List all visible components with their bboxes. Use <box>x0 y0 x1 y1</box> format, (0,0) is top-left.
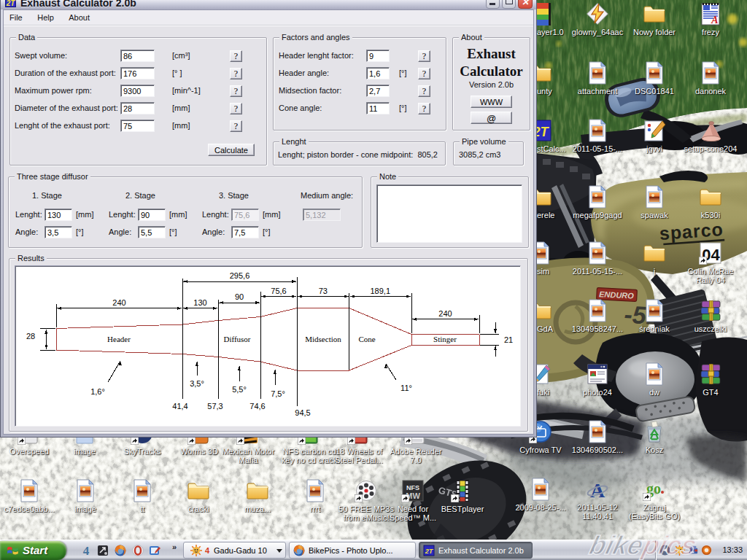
help-button[interactable]: ? <box>230 68 242 79</box>
gadu-sun-icon[interactable] <box>674 545 685 556</box>
help-button[interactable]: ? <box>230 120 242 132</box>
data-row-unit: [mm] <box>172 121 190 130</box>
factor-row-input[interactable]: 1,6 <box>366 67 390 79</box>
task-group-dropdown-icon[interactable] <box>276 549 282 553</box>
desktop-icon-średniak[interactable]: średniak <box>625 299 684 333</box>
allplayer-4-icon[interactable]: 4 <box>80 545 92 556</box>
factor-row-input[interactable]: 2,7 <box>366 85 390 97</box>
menu-about[interactable]: About <box>63 11 96 26</box>
desktop-icon-colin-mcrae-rally-04[interactable]: Colin McRae Rally 04 <box>681 241 740 284</box>
imgfile-icon <box>586 185 609 209</box>
desktop-icon-cracki[interactable]: cracki <box>169 479 228 513</box>
data-row-input[interactable]: 9300 <box>120 85 155 97</box>
desktop-icon-nowy-folder[interactable]: Nowy folder <box>625 2 684 36</box>
desktop-icon-1304690502[interactable]: 1304690502... <box>568 420 627 454</box>
dim-stinger-diameter: 21 <box>504 335 513 344</box>
www-button[interactable]: WWW <box>471 96 512 108</box>
data-row-input[interactable]: 86 <box>120 50 155 62</box>
minimize-button[interactable] <box>486 0 500 9</box>
desktop-icon-2011-05-15[interactable]: 2011-05-15-... <box>568 241 627 276</box>
desktop-icon-attachment[interactable]: attachment <box>568 61 627 96</box>
desktop-icon-gt4[interactable]: GT4 <box>681 362 740 397</box>
start-button[interactable]: Start <box>0 541 66 560</box>
stage-lenght-input[interactable]: 130 <box>44 209 72 221</box>
desktop-icon-tt[interactable]: tt <box>113 479 171 513</box>
desktop-icon-label: danonek <box>681 87 740 96</box>
desktop-icon-k530i[interactable]: k530i <box>681 185 740 219</box>
calculate-button[interactable]: Calculate <box>208 144 255 156</box>
desktop-icon-label: średniak <box>625 324 684 333</box>
close-button[interactable]: ✕ <box>518 0 533 9</box>
desktop-icon-2011-05-15[interactable]: 2011-05-15-... <box>568 119 627 153</box>
desktop-icon-spawak[interactable]: spawak <box>625 185 684 219</box>
section-stinger: Stinger <box>433 335 457 343</box>
stage-deg-unit: [°] <box>169 228 177 236</box>
imgfile-icon <box>74 479 97 502</box>
task-label: BikePics - Photo Uplo... <box>309 546 393 555</box>
help-button[interactable]: ? <box>230 85 242 97</box>
device-icon[interactable] <box>688 545 699 556</box>
desktop-icon-photo24[interactable]: photo24 <box>568 362 627 397</box>
shortcut-arrow-icon <box>404 437 412 445</box>
desktop-icon-bestplayer[interactable]: BESTplayer <box>433 479 492 513</box>
note-textarea[interactable] <box>376 184 522 243</box>
factor-row-input[interactable]: 9 <box>366 50 390 62</box>
help-button[interactable]: ? <box>418 68 430 79</box>
firefox-icon[interactable] <box>115 545 126 556</box>
mail-button[interactable]: @ <box>471 112 512 124</box>
ring-icon[interactable] <box>701 545 712 556</box>
menu-help[interactable]: Help <box>31 11 60 26</box>
desktop-icon-megafp9gagd[interactable]: megafp9gagd <box>568 185 627 219</box>
factor-row-input[interactable]: 11 <box>366 102 390 114</box>
desktop-icon-glowny-64aac[interactable]: glowny_64aac <box>568 2 627 36</box>
sphere-icon[interactable] <box>659 545 670 556</box>
data-row-input[interactable]: 28 <box>120 102 155 114</box>
help-button[interactable]: ? <box>418 50 430 62</box>
menu-file[interactable]: File <box>4 11 28 26</box>
desktop-icon-dw[interactable]: dw <box>625 362 684 397</box>
chevron-icon[interactable]: » <box>172 542 177 551</box>
task-bikepics[interactable]: BikePics - Photo Uplo... <box>289 542 416 559</box>
start-label: Start <box>23 544 47 556</box>
desktop-icon-1304958247[interactable]: 1304958247... <box>568 299 627 333</box>
stage-angle-input[interactable]: 5,5 <box>138 226 166 238</box>
desktop-icon-kosz[interactable]: Kosz <box>625 420 684 454</box>
imgfile-icon <box>586 299 609 322</box>
shortcut-arrow-icon <box>236 437 244 445</box>
help-button[interactable]: ? <box>418 103 430 114</box>
desktop-icon-dsc01841[interactable]: DSC01841 <box>625 61 684 96</box>
help-button[interactable]: ? <box>230 103 242 114</box>
desktop-icon-zagraj-easybits-go[interactable]: Zagraj (EasyBits GO) <box>625 478 684 521</box>
help-button[interactable]: ? <box>418 85 430 97</box>
desktop-icon-muza[interactable]: muza... <box>228 479 287 513</box>
maximize-button[interactable] <box>502 0 516 9</box>
desktop-icon-label: k530i <box>681 211 740 219</box>
stage-angle-input[interactable]: 3,5 <box>44 226 72 238</box>
data-row-input[interactable]: 75 <box>120 120 155 132</box>
data-group-caption: Data <box>16 33 37 42</box>
desktop-icon-uszczelki[interactable]: uszczelki <box>681 299 740 333</box>
desktop-icon-c7edce0abb[interactable]: c7edce0abb... <box>0 479 58 513</box>
task-exhaust-calculator[interactable]: 2T Exhaust Calculator 2.0b <box>419 542 533 559</box>
desktop-icon-2009-08-25[interactable]: 2009-08-25-... <box>511 478 570 512</box>
data-row-input[interactable]: 176 <box>120 67 155 79</box>
desktop-icon-2011-05-12-11-40-41[interactable]: 2011-05-12 11.40.41 <box>568 478 627 521</box>
stage-deg-unit: [°] <box>263 228 271 236</box>
desktop-icon-danonek[interactable]: danonek <box>681 61 740 96</box>
help-button[interactable]: ? <box>230 50 242 62</box>
desktop-icon-setup-cone204[interactable]: setup-cone204 <box>681 119 740 153</box>
desktop-icon-frezy[interactable]: frezy <box>681 2 740 36</box>
desktop-icon-jgvvi[interactable]: jgvvi <box>625 119 684 153</box>
window-titlebar[interactable]: 2T Exhaust Calculator 2.0b <box>1 0 536 9</box>
desktop-icon-image[interactable]: image <box>56 479 115 513</box>
task-gadu[interactable]: 4 Gadu-Gadu 10 <box>183 542 286 559</box>
desktop-icon-rrrt[interactable]: rrrt <box>286 479 344 513</box>
stage-angle-input[interactable]: 7,5 <box>231 226 259 238</box>
stage-lenght-input[interactable]: 90 <box>138 209 166 221</box>
opera-icon[interactable] <box>132 545 144 556</box>
menu-bar: File Help About <box>4 10 533 26</box>
angle-stage1: 3,5° <box>190 379 204 388</box>
desktop-icon-j[interactable]: j <box>625 241 684 276</box>
compose-icon[interactable] <box>149 545 160 556</box>
photo-app-icon[interactable] <box>97 545 109 556</box>
